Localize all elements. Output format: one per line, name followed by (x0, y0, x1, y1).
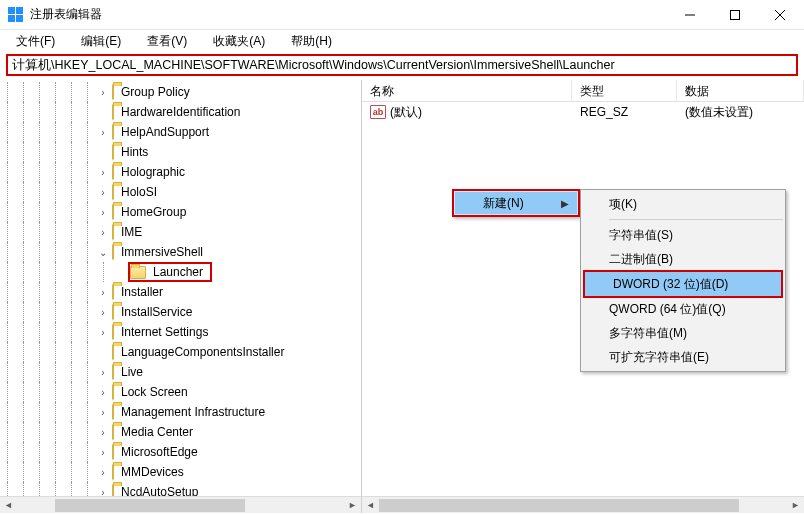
tree-node[interactable]: Hints (0, 142, 361, 162)
scroll-left-icon[interactable]: ◄ (362, 497, 379, 514)
col-data[interactable]: 数据 (677, 80, 804, 101)
tree-node-label: MMDevices (118, 464, 187, 480)
folder-icon (112, 324, 114, 340)
tree-node[interactable]: ›Lock Screen (0, 382, 361, 402)
tree-node-label: Installer (118, 284, 166, 300)
menu-item-new[interactable]: 新建(N) ▶ (454, 191, 578, 215)
minimize-button[interactable] (667, 1, 712, 29)
folder-icon (112, 204, 114, 220)
menu-item-dword32[interactable]: DWORD (32 位)值(D) (585, 272, 781, 296)
tree-node[interactable]: ›Installer (0, 282, 361, 302)
scroll-right-icon[interactable]: ► (787, 497, 804, 514)
chevron-right-icon[interactable]: › (96, 325, 110, 339)
tree-node[interactable]: Launcher (0, 262, 361, 282)
chevron-right-icon[interactable]: › (96, 405, 110, 419)
menu-separator (609, 219, 783, 220)
chevron-right-icon[interactable]: › (96, 365, 110, 379)
chevron-right-icon[interactable]: › (96, 185, 110, 199)
value-name: (默认) (390, 104, 422, 121)
tree-node[interactable]: ›MicrosoftEdge (0, 442, 361, 462)
folder-icon (112, 124, 114, 140)
tree-node[interactable]: ⌄ImmersiveShell (0, 242, 361, 262)
no-expander (112, 265, 126, 279)
menu-item[interactable]: 二进制值(B) (581, 247, 785, 271)
tree-node-label: LanguageComponentsInstaller (118, 344, 287, 360)
submenu-arrow-icon: ▶ (561, 198, 569, 209)
scroll-thumb[interactable] (379, 499, 739, 512)
address-bar[interactable]: 计算机\HKEY_LOCAL_MACHINE\SOFTWARE\Microsof… (6, 54, 798, 76)
tree-hscroll[interactable]: ◄ ► (0, 496, 361, 513)
chevron-right-icon[interactable]: › (96, 205, 110, 219)
menu-item[interactable]: 多字符串值(M) (581, 321, 785, 345)
tree-node-label: Group Policy (118, 84, 193, 100)
chevron-right-icon[interactable]: › (96, 305, 110, 319)
tree-node[interactable]: ›HoloSI (0, 182, 361, 202)
tree-node[interactable]: ›Group Policy (0, 82, 361, 102)
folder-icon (112, 344, 114, 360)
folder-icon (112, 144, 114, 160)
maximize-button[interactable] (712, 1, 757, 29)
chevron-down-icon[interactable]: ⌄ (96, 245, 110, 259)
chevron-right-icon[interactable]: › (96, 285, 110, 299)
address-text: 计算机\HKEY_LOCAL_MACHINE\SOFTWARE\Microsof… (12, 57, 615, 74)
tree-node-label: Lock Screen (118, 384, 191, 400)
tree-node[interactable]: LanguageComponentsInstaller (0, 342, 361, 362)
no-expander (96, 105, 110, 119)
tree-node[interactable]: HardwareIdentification (0, 102, 361, 122)
tree-node[interactable]: ›MMDevices (0, 462, 361, 482)
list-header: 名称 类型 数据 (362, 80, 804, 102)
tree-node[interactable]: ›IME (0, 222, 361, 242)
tree-node-label: HelpAndSupport (118, 124, 212, 140)
tree-node[interactable]: ›Management Infrastructure (0, 402, 361, 422)
menu-item[interactable]: 字符串值(S) (581, 223, 785, 247)
scroll-thumb[interactable] (55, 499, 245, 512)
tree-node-label: HardwareIdentification (118, 104, 243, 120)
menu-item[interactable]: 可扩充字符串值(E) (581, 345, 785, 369)
menu-file[interactable]: 文件(F) (4, 31, 67, 52)
chevron-right-icon[interactable]: › (96, 225, 110, 239)
menu-item[interactable]: QWORD (64 位)值(Q) (581, 297, 785, 321)
context-menu-new: 新建(N) ▶ (452, 189, 580, 217)
chevron-right-icon[interactable]: › (96, 385, 110, 399)
tree-node-label: InstallService (118, 304, 195, 320)
tree-node-label: IME (118, 224, 145, 240)
tree-node-label: ImmersiveShell (118, 244, 206, 260)
menu-view[interactable]: 查看(V) (135, 31, 199, 52)
menu-favorites[interactable]: 收藏夹(A) (201, 31, 277, 52)
chevron-right-icon[interactable]: › (96, 85, 110, 99)
folder-icon (112, 284, 114, 300)
col-name[interactable]: 名称 (362, 80, 572, 101)
folder-icon (112, 384, 114, 400)
tree-node[interactable]: ›Internet Settings (0, 322, 361, 342)
chevron-right-icon[interactable]: › (96, 425, 110, 439)
string-value-icon: ab (370, 105, 386, 119)
list-hscroll[interactable]: ◄ ► (362, 496, 804, 513)
value-type: REG_SZ (572, 105, 677, 119)
chevron-right-icon[interactable]: › (96, 445, 110, 459)
menu-item[interactable]: 项(K) (581, 192, 785, 216)
tree-node[interactable]: ›HomeGroup (0, 202, 361, 222)
close-button[interactable] (757, 1, 802, 29)
menu-edit[interactable]: 编辑(E) (69, 31, 133, 52)
col-type[interactable]: 类型 (572, 80, 677, 101)
tree-node[interactable]: ›Media Center (0, 422, 361, 442)
tree-node-label: Hints (118, 144, 151, 160)
tree-node[interactable]: ›InstallService (0, 302, 361, 322)
folder-icon (112, 444, 114, 460)
registry-tree[interactable]: ›Group PolicyHardwareIdentification›Help… (0, 80, 361, 513)
tree-node[interactable]: ›Holographic (0, 162, 361, 182)
folder-icon (112, 184, 114, 200)
tree-node[interactable]: ›Live (0, 362, 361, 382)
menu-help[interactable]: 帮助(H) (279, 31, 344, 52)
tree-node[interactable]: ›HelpAndSupport (0, 122, 361, 142)
menubar: 文件(F) 编辑(E) 查看(V) 收藏夹(A) 帮助(H) (0, 30, 804, 52)
folder-icon (112, 224, 114, 240)
scroll-right-icon[interactable]: ► (344, 497, 361, 514)
chevron-right-icon[interactable]: › (96, 165, 110, 179)
chevron-right-icon[interactable]: › (96, 465, 110, 479)
no-expander (96, 345, 110, 359)
list-row[interactable]: ab (默认) REG_SZ (数值未设置) (362, 102, 804, 122)
folder-icon (112, 244, 114, 260)
chevron-right-icon[interactable]: › (96, 125, 110, 139)
scroll-left-icon[interactable]: ◄ (0, 497, 17, 514)
